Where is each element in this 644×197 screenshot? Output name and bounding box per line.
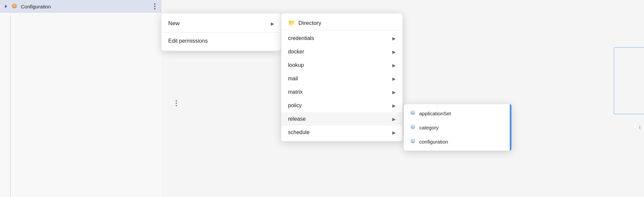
dir-item-schedule[interactable]: schedule ▶ [281, 126, 402, 139]
tree-line [10, 15, 11, 197]
truncated-label: t [639, 124, 641, 130]
blue-accent-bar [510, 104, 511, 151]
dir-item-matrix[interactable]: matrix ▶ [281, 85, 402, 99]
kebab-menu-button[interactable] [151, 1, 159, 11]
dir-arrow-icon: ▶ [392, 117, 396, 122]
release-item-category[interactable]: category [404, 120, 511, 134]
dir-item-policy[interactable]: policy ▶ [281, 99, 402, 112]
chevron-right-icon [4, 4, 8, 8]
sidebar-item-label: Configuration [21, 4, 157, 9]
release-item-configuration[interactable]: configuration [404, 134, 511, 149]
dir-item-docker[interactable]: docker ▶ [281, 45, 402, 58]
menu-item-edit-permissions[interactable]: Edit permissions [162, 33, 281, 49]
dir-arrow-icon: ▶ [392, 76, 396, 81]
release-submenu: applicationSet category configuration [404, 104, 511, 151]
kebab-secondary-button[interactable] [176, 100, 177, 106]
kebab-dots-icon [154, 3, 155, 9]
menu-item-new[interactable]: New ▶ [162, 15, 281, 32]
dir-arrow-icon: ▶ [392, 130, 396, 135]
directory-submenu: 📁 Directory credentials ▶ docker ▶ looku… [281, 13, 402, 141]
svg-marker-0 [5, 5, 7, 8]
gear-icon [11, 3, 18, 10]
folder-icon: 📁 [288, 19, 295, 27]
gear-small-icon [410, 124, 416, 130]
dir-arrow-icon: ▶ [392, 90, 396, 95]
dir-item-lookup[interactable]: lookup ▶ [281, 58, 402, 72]
submenu-arrow-icon: ▶ [271, 21, 274, 26]
dir-arrow-icon: ▶ [392, 63, 396, 68]
dir-item-release[interactable]: release ▶ [281, 112, 402, 126]
dir-arrow-icon: ▶ [392, 36, 396, 41]
gear-small-icon [410, 110, 416, 116]
dir-arrow-icon: ▶ [392, 103, 396, 108]
primary-context-menu: New ▶ Edit permissions [162, 13, 281, 51]
menu-divider [162, 32, 281, 33]
right-panel-stub [614, 47, 644, 114]
release-item-applicationset[interactable]: applicationSet [404, 106, 511, 120]
dir-item-credentials[interactable]: credentials ▶ [281, 32, 402, 45]
sidebar-item-configuration[interactable]: Configuration [0, 0, 162, 13]
dir-arrow-icon: ▶ [392, 49, 396, 54]
dir-item-mail[interactable]: mail ▶ [281, 72, 402, 85]
gear-small-icon [410, 139, 416, 145]
sidebar: Configuration [0, 0, 162, 197]
directory-header: 📁 Directory [281, 15, 402, 30]
